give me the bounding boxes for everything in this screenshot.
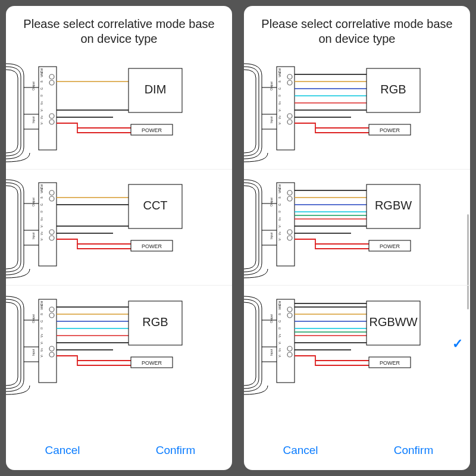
svg-text:V+: V+ [40, 101, 43, 105]
svg-point-144 [287, 313, 292, 318]
mode-option-rgbww[interactable]: Output Input V-V+V-V+RGBWWCW RGBWW POWER… [244, 286, 470, 402]
svg-text:B: B [40, 312, 43, 315]
svg-text:CW: CW [278, 184, 281, 190]
mode-option-dim[interactable]: Output Input V-V+V-V+RGBWWCW DIM POWER [6, 54, 232, 170]
svg-text:Input: Input [32, 116, 35, 123]
svg-text:V+: V+ [278, 231, 281, 235]
svg-text:POWER: POWER [142, 243, 162, 249]
svg-text:V+: V+ [40, 115, 43, 119]
svg-rect-3 [39, 67, 57, 150]
svg-point-6 [49, 114, 54, 118]
svg-text:Input: Input [270, 349, 273, 356]
svg-text:V-: V- [40, 121, 43, 124]
svg-text:CW: CW [40, 68, 43, 74]
svg-point-114 [287, 196, 292, 201]
svg-text:V+: V+ [278, 347, 281, 351]
modal-title: Please select correlative mode base on d… [244, 6, 470, 54]
confirm-button[interactable]: Confirm [357, 444, 470, 457]
modal-title: Please select correlative mode base on d… [6, 6, 232, 54]
confirm-button[interactable]: Confirm [119, 444, 232, 457]
svg-point-4 [49, 74, 54, 79]
svg-text:V+: V+ [278, 115, 281, 119]
mode-label: CCT [143, 199, 167, 212]
svg-text:B: B [278, 80, 281, 83]
mode-select-modal: Please select correlative mode base on d… [244, 6, 470, 470]
svg-rect-112 [277, 183, 295, 266]
svg-point-56 [49, 313, 54, 318]
svg-text:Input: Input [270, 232, 273, 239]
svg-text:POWER: POWER [380, 127, 400, 133]
cancel-button[interactable]: Cancel [6, 444, 119, 457]
svg-rect-54 [39, 299, 57, 383]
svg-text:G: G [278, 203, 281, 206]
mode-option-cct[interactable]: Output Input V-V+V-V+RGBWWCW CCT POWER [6, 170, 232, 286]
svg-text:Output: Output [270, 81, 273, 90]
svg-rect-83 [277, 67, 295, 150]
left-screen: Please select correlative mode base on d… [0, 0, 238, 476]
svg-point-86 [287, 114, 292, 118]
svg-point-115 [287, 230, 292, 234]
svg-text:CW: CW [40, 184, 43, 190]
svg-text:B: B [40, 196, 43, 199]
svg-text:Output: Output [270, 197, 273, 206]
svg-point-7 [49, 120, 54, 124]
svg-text:V-: V- [40, 237, 43, 240]
svg-text:Output: Output [32, 314, 35, 323]
svg-text:V-: V- [40, 354, 43, 357]
svg-point-29 [49, 190, 54, 195]
svg-text:V+: V+ [278, 101, 281, 105]
svg-text:R: R [278, 211, 281, 213]
svg-text:Output: Output [270, 314, 273, 323]
mode-option-rgbw[interactable]: Output Input V-V+V-V+RGBWWCW RGBW POWER [244, 170, 470, 286]
options-list[interactable]: Output Input V-V+V-V+RGBWWCW RGB POWER [244, 54, 470, 437]
svg-rect-142 [277, 299, 295, 383]
svg-point-85 [287, 80, 292, 85]
svg-point-84 [287, 74, 292, 79]
mode-option-rgb[interactable]: Output Input V-V+V-V+RGBWWCW RGB POWER [6, 286, 232, 402]
svg-text:CW: CW [40, 300, 43, 306]
mode-label: RGBW [375, 199, 412, 212]
svg-text:R: R [40, 211, 43, 213]
cancel-button[interactable]: Cancel [244, 444, 357, 457]
mode-label: RGB [142, 315, 168, 328]
svg-text:V+: V+ [40, 333, 43, 337]
wiring-diagram-icon: Output Input V-V+V-V+RGBWWCW CCT POWER [6, 174, 208, 281]
svg-text:POWER: POWER [380, 243, 400, 249]
svg-text:POWER: POWER [142, 127, 162, 133]
svg-text:CW: CW [278, 300, 281, 306]
svg-text:R: R [40, 327, 43, 329]
check-icon: ✓ [452, 336, 463, 352]
svg-point-30 [49, 196, 54, 201]
svg-text:V-: V- [278, 108, 281, 111]
svg-text:V-: V- [278, 237, 281, 240]
mode-label: RGBWW [369, 315, 417, 328]
svg-text:POWER: POWER [142, 360, 162, 366]
svg-text:V+: V+ [278, 333, 281, 337]
svg-text:G: G [278, 87, 281, 90]
svg-text:B: B [278, 312, 281, 315]
mode-option-rgb[interactable]: Output Input V-V+V-V+RGBWWCW RGB POWER [244, 54, 470, 170]
svg-rect-28 [39, 183, 57, 266]
mode-label: DIM [145, 83, 167, 96]
svg-point-58 [49, 352, 54, 357]
svg-text:Input: Input [270, 116, 273, 123]
svg-point-143 [287, 307, 292, 312]
svg-text:Input: Input [32, 232, 35, 239]
svg-point-146 [287, 352, 292, 357]
svg-text:CW: CW [278, 68, 281, 74]
svg-point-87 [287, 120, 292, 124]
wiring-diagram-icon: Output Input V-V+V-V+RGBWWCW RGBW POWER [244, 174, 446, 281]
svg-text:V-: V- [278, 224, 281, 227]
modal-footer: Cancel Confirm [6, 437, 232, 470]
modal-footer: Cancel Confirm [244, 437, 470, 470]
wiring-diagram-icon: Output Input V-V+V-V+RGBWWCW DIM POWER [6, 58, 208, 165]
svg-text:G: G [40, 87, 43, 90]
wiring-diagram-icon: Output Input V-V+V-V+RGBWWCW RGB POWER [244, 58, 446, 165]
svg-text:V+: V+ [278, 217, 281, 221]
svg-text:Output: Output [32, 81, 35, 90]
svg-text:V+: V+ [40, 217, 43, 221]
mode-select-modal: Please select correlative mode base on d… [6, 6, 232, 470]
options-list[interactable]: Output Input V-V+V-V+RGBWWCW DIM POWER [6, 54, 232, 437]
svg-text:Input: Input [32, 349, 35, 356]
svg-text:Output: Output [32, 197, 35, 206]
